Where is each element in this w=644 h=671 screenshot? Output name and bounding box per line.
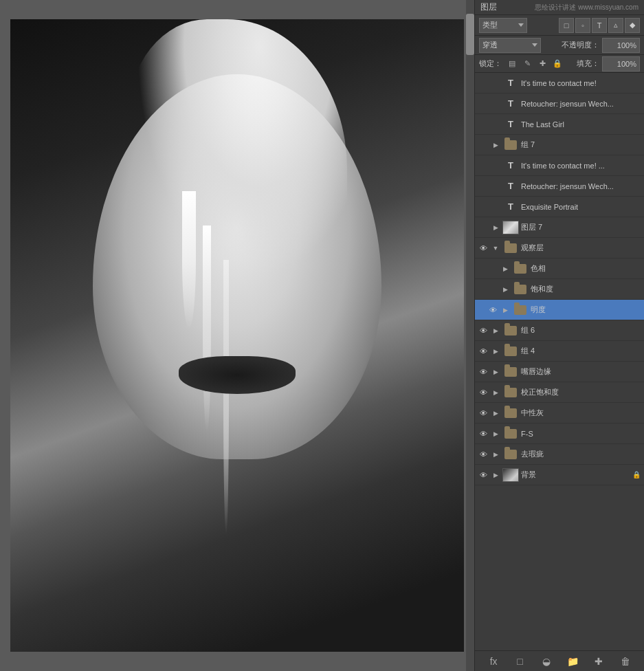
layer-eye-18[interactable]: 👁: [478, 428, 489, 439]
layer-item-16[interactable]: 👁▶校正饱和度: [475, 382, 644, 403]
filter-pixel-btn[interactable]: □: [559, 18, 574, 33]
layer-item-7[interactable]: TExquisite Portrait: [475, 197, 644, 217]
layer-item-3[interactable]: TThe Last Girl: [475, 114, 644, 135]
folder-layer-icon: [504, 346, 517, 356]
layer-name-13: 组 6: [521, 325, 641, 336]
layer-eye-14[interactable]: 👁: [478, 346, 489, 357]
layer-mask-button[interactable]: □: [512, 654, 527, 669]
layer-item-17[interactable]: 👁▶中性灰: [475, 403, 644, 424]
layer-adjustment-button[interactable]: ◒: [539, 654, 554, 669]
blend-mode-select[interactable]: 穿透: [479, 38, 541, 53]
layer-eye-9[interactable]: 👁: [478, 243, 489, 254]
filter-smart-btn[interactable]: ◆: [625, 18, 640, 33]
layer-expand-15[interactable]: ▶: [491, 367, 500, 377]
layer-thumbnail-8: [502, 221, 519, 234]
layer-expand-9[interactable]: ▼: [491, 243, 500, 253]
lock-transparent-btn[interactable]: ▤: [506, 58, 518, 70]
lock-position-btn[interactable]: ✚: [536, 58, 548, 70]
layer-item-19[interactable]: 👁▶去瑕疵: [475, 444, 644, 465]
lock-all-btn[interactable]: 🔒: [551, 58, 564, 70]
layer-eye-20[interactable]: 👁: [478, 470, 489, 481]
layer-expand-4[interactable]: ▶: [491, 140, 500, 150]
layer-eye-17[interactable]: 👁: [478, 408, 489, 419]
layer-item-12[interactable]: 👁▶明度: [475, 300, 644, 320]
blend-opacity-row: 穿透 不透明度： 100%: [475, 36, 644, 55]
folder-layer-icon: [504, 367, 517, 377]
layer-expand-13[interactable]: ▶: [491, 326, 500, 336]
layer-eye-16[interactable]: 👁: [478, 387, 489, 398]
canvas-scrollbar[interactable]: [466, 0, 474, 671]
layer-eye-8[interactable]: [478, 222, 489, 233]
layer-group-button[interactable]: 📁: [565, 654, 580, 669]
layer-eye-4[interactable]: [478, 140, 489, 151]
fill-input[interactable]: 100%: [602, 56, 640, 72]
layer-expand-16[interactable]: ▶: [491, 388, 500, 397]
text-layer-icon: T: [508, 160, 513, 170]
layer-item-9[interactable]: 👁▼观察层: [475, 238, 644, 258]
layer-expand-17[interactable]: ▶: [491, 408, 500, 418]
layer-item-20[interactable]: 👁▶背景🔒: [475, 465, 644, 485]
filter-shape-btn[interactable]: ▵: [608, 18, 623, 33]
panel-bottom: fx □ ◒ 📁 ✚ 🗑: [475, 650, 644, 671]
layer-name-2: Retoucher: jsensun Wech...: [521, 100, 641, 108]
layer-name-15: 嘴唇边缘: [521, 366, 641, 377]
layer-item-4[interactable]: ▶组 7: [475, 135, 644, 155]
layer-eye-12[interactable]: 👁: [487, 305, 498, 316]
filter-type-select[interactable]: 类型: [479, 18, 527, 33]
layer-expand-10[interactable]: ▶: [500, 264, 510, 274]
lock-paint-btn[interactable]: ✎: [521, 58, 533, 70]
folder-layer-icon: [514, 285, 526, 294]
layer-expand-12[interactable]: ▶: [500, 305, 510, 315]
layer-eye-19[interactable]: 👁: [478, 449, 489, 460]
filter-type-label: 类型: [482, 20, 498, 30]
filter-adjust-btn[interactable]: ◦: [575, 18, 590, 33]
layer-item-8[interactable]: ▶图层 7: [475, 217, 644, 238]
layer-expand-19[interactable]: ▶: [491, 450, 500, 459]
panel-header-left: 图层: [480, 1, 497, 13]
layer-item-2[interactable]: TRetoucher: jsensun Wech...: [475, 94, 644, 114]
layer-eye-2[interactable]: [478, 98, 489, 109]
layer-item-15[interactable]: 👁▶嘴唇边缘: [475, 362, 644, 382]
layer-eye-15[interactable]: 👁: [478, 366, 489, 377]
layer-item-14[interactable]: 👁▶组 4: [475, 341, 644, 362]
layer-expand-14[interactable]: ▶: [491, 346, 500, 356]
opacity-input[interactable]: 100%: [602, 38, 640, 53]
layer-name-1: It's time to contact me!: [521, 79, 641, 87]
layer-delete-button[interactable]: 🗑: [618, 654, 633, 669]
layer-expand-8[interactable]: ▶: [491, 223, 500, 232]
layer-item-13[interactable]: 👁▶组 6: [475, 320, 644, 341]
layer-item-6[interactable]: TRetoucher: jsensun Wech...: [475, 176, 644, 197]
layer-eye-13[interactable]: 👁: [478, 325, 489, 336]
layer-eye-11[interactable]: [487, 284, 498, 295]
layer-item-5[interactable]: TIt's time to contact me! ...: [475, 155, 644, 176]
layer-type-icon-11: [512, 283, 529, 296]
fill-control: 填充： 100%: [577, 56, 640, 72]
canvas-scrollbar-thumb[interactable]: [466, 14, 474, 55]
layer-eye-5[interactable]: [478, 160, 489, 171]
layer-item-18[interactable]: 👁▶F-S: [475, 424, 644, 444]
folder-layer-icon: [504, 140, 517, 150]
layer-item-11[interactable]: ▶饱和度: [475, 279, 644, 300]
filter-text-btn[interactable]: T: [592, 18, 607, 33]
layer-new-button[interactable]: ✚: [591, 654, 606, 669]
layer-item-10[interactable]: ▶色相: [475, 258, 644, 279]
layer-eye-3[interactable]: [478, 119, 489, 130]
layer-name-10: 色相: [531, 263, 641, 274]
folder-layer-icon: [514, 264, 526, 274]
layer-type-icon-16: [502, 386, 519, 399]
layer-fx-button[interactable]: fx: [486, 654, 501, 669]
layer-expand-11[interactable]: ▶: [500, 285, 510, 294]
layer-expand-18[interactable]: ▶: [491, 429, 500, 439]
layer-eye-7[interactable]: [478, 201, 489, 212]
layer-type-icon-5: T: [502, 159, 519, 173]
layer-eye-10[interactable]: [487, 263, 498, 274]
layer-item-1[interactable]: TIt's time to contact me!: [475, 73, 644, 94]
layer-eye-6[interactable]: [478, 181, 489, 192]
text-layer-icon: T: [508, 98, 513, 109]
panel-title: 图层: [480, 1, 497, 13]
layer-eye-1[interactable]: [478, 78, 489, 89]
layer-expand-20[interactable]: ▶: [491, 470, 500, 480]
layer-locked-icon-20: 🔒: [632, 470, 641, 480]
layers-list[interactable]: TIt's time to contact me!TRetoucher: jse…: [475, 73, 644, 650]
layer-type-icon-9: [502, 241, 519, 255]
